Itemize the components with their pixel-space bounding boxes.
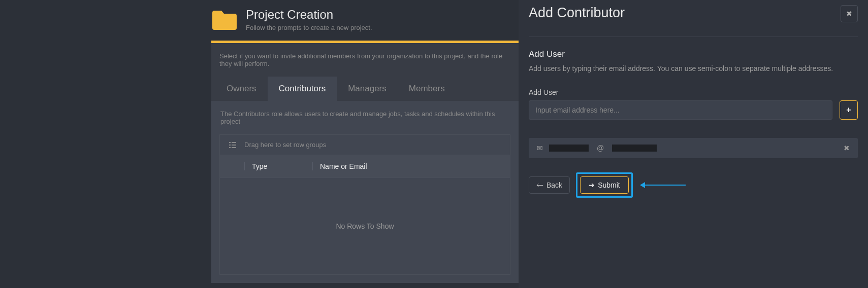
arrow-right-icon: ➔ bbox=[589, 181, 595, 189]
close-icon: ✖ bbox=[844, 144, 850, 152]
close-button[interactable]: ✖ bbox=[841, 5, 858, 22]
panel-title: Add Contributor bbox=[529, 5, 625, 21]
svg-rect-2 bbox=[229, 145, 231, 146]
pending-user-chip: ✉ @ ✖ bbox=[529, 138, 858, 158]
tab-contributors[interactable]: Contributors bbox=[268, 77, 337, 101]
submit-button-label: Submit bbox=[598, 181, 620, 189]
tab-managers[interactable]: Managers bbox=[337, 77, 398, 101]
tab-content: The Contributors role allows users to cr… bbox=[211, 101, 519, 283]
close-icon: ✖ bbox=[846, 10, 852, 18]
wizard-card: Select if you want to invite additional … bbox=[211, 41, 519, 283]
at-symbol: @ bbox=[595, 144, 606, 152]
email-input[interactable] bbox=[529, 100, 832, 120]
arrow-left-icon: 🡐 bbox=[536, 181, 543, 189]
svg-rect-5 bbox=[232, 147, 236, 148]
pending-user-domain bbox=[612, 145, 657, 152]
table-header: Type Name or Email bbox=[220, 155, 510, 178]
role-description: The Contributors role allows users to cr… bbox=[219, 109, 510, 134]
table-body: No Rows To Show bbox=[220, 178, 510, 274]
svg-rect-0 bbox=[229, 142, 231, 143]
back-button-label: Back bbox=[546, 181, 562, 189]
members-table: Drag here to set row groups Type Name or… bbox=[219, 134, 510, 275]
tab-owners[interactable]: Owners bbox=[215, 77, 268, 101]
submit-button[interactable]: ➔ Submit bbox=[580, 176, 629, 194]
row-group-hint: Drag here to set row groups bbox=[244, 141, 326, 149]
add-user-section-desc: Add users by typing their email address.… bbox=[529, 63, 858, 74]
add-user-section-title: Add User bbox=[529, 49, 858, 59]
invite-description: Select if you want to invite additional … bbox=[211, 43, 519, 77]
page-subtitle: Follow the prompts to create a new proje… bbox=[246, 24, 372, 31]
add-user-button[interactable]: + bbox=[840, 100, 858, 120]
add-contributor-panel: Add Contributor ✖ Add User Add users by … bbox=[519, 0, 868, 288]
pending-user-localpart bbox=[549, 145, 589, 152]
row-group-dropzone[interactable]: Drag here to set row groups bbox=[220, 135, 510, 155]
svg-rect-1 bbox=[232, 142, 236, 143]
remove-pending-user-button[interactable]: ✖ bbox=[844, 144, 850, 152]
folder-icon bbox=[212, 9, 237, 31]
row-group-icon bbox=[229, 142, 236, 148]
email-icon: ✉ bbox=[537, 144, 543, 152]
tab-members[interactable]: Members bbox=[398, 77, 456, 101]
page-title: Project Creation bbox=[246, 8, 372, 22]
submit-highlight: ➔ Submit bbox=[576, 172, 633, 198]
svg-rect-3 bbox=[232, 145, 236, 146]
table-empty-text: No Rows To Show bbox=[336, 222, 394, 230]
add-user-field-label: Add User bbox=[529, 88, 858, 96]
plus-icon: + bbox=[846, 105, 851, 115]
page-header: Project Creation Follow the prompts to c… bbox=[211, 5, 519, 41]
svg-rect-4 bbox=[229, 147, 231, 148]
role-tabs: Owners Contributors Managers Members bbox=[211, 77, 519, 101]
column-name-email[interactable]: Name or Email bbox=[312, 162, 367, 170]
back-button[interactable]: 🡐 Back bbox=[529, 176, 570, 194]
callout-arrow bbox=[640, 182, 686, 188]
column-type[interactable]: Type bbox=[244, 162, 312, 170]
